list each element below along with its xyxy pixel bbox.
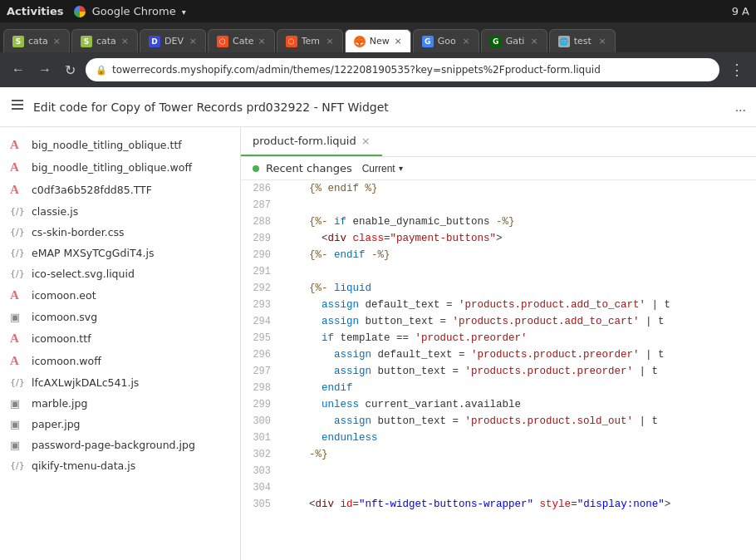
line-content: assign button_text = 'products.product.a… bbox=[281, 313, 756, 330]
code-icon: {/} bbox=[10, 248, 25, 258]
file-list-item[interactable]: Aicomoon.eot bbox=[0, 284, 240, 307]
tab5-favicon: ⬡ bbox=[286, 36, 297, 47]
svg-rect-0 bbox=[12, 100, 23, 101]
code-line: 291 bbox=[241, 263, 756, 280]
file-name: classie.js bbox=[32, 205, 78, 218]
tab6-favicon: 🦊 bbox=[354, 36, 366, 47]
line-content: endif bbox=[281, 380, 756, 396]
tab6-label: New bbox=[370, 36, 390, 47]
file-list-item[interactable]: {/}qikify-tmenu-data.js bbox=[0, 455, 240, 476]
file-list-item[interactable]: Abig_noodle_titling_oblique.woff bbox=[0, 156, 240, 179]
browser-tab-9[interactable]: 🌐 test × bbox=[549, 29, 616, 52]
back-button[interactable]: ← bbox=[8, 59, 28, 81]
sidebar-icon bbox=[10, 97, 25, 112]
tab5-close[interactable]: × bbox=[326, 36, 334, 47]
browser-tab-4[interactable]: ⬡ Cate × bbox=[208, 29, 275, 52]
tab8-close[interactable]: × bbox=[531, 36, 538, 47]
line-content: {% endif %} bbox=[281, 180, 756, 197]
image-icon: ▣ bbox=[10, 397, 25, 410]
code-line: 305 <div id="nft-widget-buttons-wrapper"… bbox=[241, 496, 756, 513]
file-list-item[interactable]: Aicomoon.ttf bbox=[0, 327, 240, 350]
system-time: 9 A bbox=[732, 5, 749, 17]
editor-tab-product-form[interactable]: product-form.liquid × bbox=[241, 127, 382, 156]
line-content: -%} bbox=[281, 446, 756, 463]
code-line: 302 -%} bbox=[241, 446, 756, 463]
tab9-close[interactable]: × bbox=[599, 36, 606, 47]
file-name: big_noodle_titling_oblique.woff bbox=[32, 161, 192, 174]
svg-rect-1 bbox=[12, 104, 23, 106]
line-content: <div id="nft-widget-buttons-wrapper" sty… bbox=[281, 496, 756, 513]
browser-tab-5[interactable]: ⬡ Tem × bbox=[277, 29, 343, 52]
file-list-item[interactable]: ▣paper.jpg bbox=[0, 414, 240, 435]
code-line: 304 bbox=[241, 479, 756, 496]
line-content: {%- liquid bbox=[281, 280, 756, 297]
code-line: 296 assign default_text = 'products.prod… bbox=[241, 346, 756, 363]
line-content: assign default_text = 'products.product.… bbox=[281, 346, 756, 363]
file-list-item[interactable]: {/}ico-select.svg.liquid bbox=[0, 263, 240, 284]
file-list-item[interactable]: ▣marble.jpg bbox=[0, 393, 240, 414]
file-list-item[interactable]: Abig_noodle_titling_oblique.ttf bbox=[0, 134, 240, 156]
line-content: if template == 'product.preorder' bbox=[281, 330, 756, 346]
editor-tab-close[interactable]: × bbox=[361, 135, 371, 147]
file-list-item[interactable]: ▣password-page-background.jpg bbox=[0, 435, 240, 455]
more-button[interactable]: ... bbox=[735, 100, 746, 115]
file-list-item[interactable]: Aicomoon.woff bbox=[0, 350, 240, 372]
tab4-close[interactable]: × bbox=[258, 36, 266, 47]
tab2-close[interactable]: × bbox=[121, 36, 129, 47]
current-button[interactable]: Current ▾ bbox=[362, 163, 403, 174]
address-bar-row: ← → ↻ 🔒 towerrecords.myshopify.com/admin… bbox=[0, 52, 756, 87]
line-number: 294 bbox=[241, 313, 281, 330]
code-line: 303 bbox=[241, 463, 756, 479]
editor-tabs: product-form.liquid × bbox=[241, 127, 756, 157]
line-number: 302 bbox=[241, 446, 281, 463]
forward-button[interactable]: → bbox=[35, 59, 55, 81]
svg-rect-2 bbox=[12, 108, 23, 110]
line-content bbox=[281, 263, 756, 280]
file-list-item[interactable]: {/}classie.js bbox=[0, 201, 240, 222]
tab6-close[interactable]: × bbox=[395, 36, 402, 47]
line-number: 303 bbox=[241, 463, 281, 479]
tab3-close[interactable]: × bbox=[189, 36, 197, 47]
line-number: 299 bbox=[241, 396, 281, 413]
file-name: marble.jpg bbox=[32, 397, 87, 410]
file-list-item[interactable]: {/}eMAP MXSyTCgGdiT4.js bbox=[0, 243, 240, 263]
font-icon: A bbox=[10, 354, 25, 368]
browser-menu-button[interactable]: ⋮ bbox=[726, 57, 748, 82]
font-icon: A bbox=[10, 138, 25, 152]
refresh-button[interactable]: ↻ bbox=[61, 59, 79, 81]
font-icon: A bbox=[10, 183, 25, 197]
file-list-item[interactable]: ▣icomoon.svg bbox=[0, 307, 240, 327]
tab1-close[interactable]: × bbox=[53, 36, 61, 47]
line-number: 298 bbox=[241, 380, 281, 396]
file-list-item[interactable]: Ac0df3a6b528fdd85.TTF bbox=[0, 179, 240, 201]
browser-tab-3[interactable]: D DEV × bbox=[140, 29, 206, 52]
tab8-label: Gati bbox=[506, 36, 527, 47]
line-number: 286 bbox=[241, 180, 281, 197]
browser-tab-8[interactable]: G Gati × bbox=[481, 29, 547, 52]
sidebar-toggle-button[interactable] bbox=[10, 97, 25, 116]
file-list-item[interactable]: {/}cs-skin-border.css bbox=[0, 222, 240, 243]
title-bar: Edit code for Copy of Tower Records prd0… bbox=[0, 87, 756, 127]
tab1-label: cata bbox=[28, 36, 49, 47]
browser-tab-6[interactable]: 🦊 New × bbox=[345, 29, 411, 52]
main-content: Abig_noodle_titling_oblique.ttfAbig_nood… bbox=[0, 127, 756, 560]
font-icon: A bbox=[10, 160, 25, 174]
tab7-close[interactable]: × bbox=[463, 36, 470, 47]
code-line: 288 {%- if enable_dynamic_buttons -%} bbox=[241, 214, 756, 230]
line-number: 297 bbox=[241, 363, 281, 380]
activities-label: Activities bbox=[7, 5, 64, 17]
tab2-favicon: S bbox=[81, 36, 92, 47]
code-line: 287 bbox=[241, 197, 756, 214]
browser-tab-2[interactable]: S cata × bbox=[71, 29, 138, 52]
code-icon: {/} bbox=[10, 206, 25, 217]
line-number: 291 bbox=[241, 263, 281, 280]
code-line: 294 assign button_text = 'products.produ… bbox=[241, 313, 756, 330]
browser-tab-1[interactable]: S cata × bbox=[3, 29, 70, 52]
browser-tab-7[interactable]: G Goo × bbox=[413, 29, 479, 52]
code-area[interactable]: 286 {% endif %}287288 {%- if enable_dyna… bbox=[241, 180, 756, 560]
address-box[interactable]: 🔒 towerrecords.myshopify.com/admin/theme… bbox=[86, 58, 719, 81]
file-name: qikify-tmenu-data.js bbox=[32, 459, 135, 472]
file-list-item[interactable]: {/}lfcAXLwjkDALc541.js bbox=[0, 372, 240, 393]
tab5-label: Tem bbox=[302, 36, 322, 47]
code-line: 301 endunless bbox=[241, 430, 756, 446]
